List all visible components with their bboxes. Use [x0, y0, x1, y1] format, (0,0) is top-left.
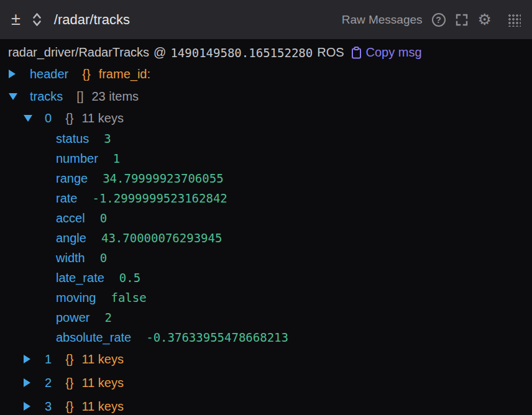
drag-handle-grid-icon[interactable] [507, 13, 521, 27]
diff-toggle-icon[interactable]: ± [11, 11, 21, 28]
field-value: 0.5 [119, 271, 140, 285]
object-braces: {} [65, 376, 73, 390]
expand-arrow-icon[interactable] [9, 70, 24, 78]
field-value: 3 [104, 132, 111, 145]
key-count: 11 keys [81, 376, 123, 390]
field-value: false [111, 291, 146, 304]
node-key: 0 [45, 111, 52, 125]
expand-arrow-icon[interactable] [24, 402, 39, 411]
field-row-power: power 2 [0, 308, 532, 327]
protocol-label: ROS [317, 45, 344, 60]
field-row-absolute-rate: absolute_rate -0.37633955478668213 [0, 327, 532, 347]
field-row-angle: angle 43.70000076293945 [0, 228, 532, 248]
field-value: -1.2999999523162842 [92, 191, 227, 205]
copy-msg-button[interactable]: Copy msg [351, 45, 422, 60]
node-key: 3 [45, 399, 52, 414]
clipboard-icon [351, 47, 362, 59]
key-count: 11 keys [81, 352, 123, 367]
field-value: 43.70000076293945 [101, 231, 222, 245]
message-datatype: radar_driver/RadarTracks [8, 45, 149, 60]
field-key: number [56, 152, 98, 166]
object-braces: {} [65, 399, 73, 414]
field-key: rate [56, 191, 77, 206]
raw-messages-panel: ± /radar/tracks Raw Messages ? ⚙ radar_d… [0, 0, 532, 415]
expand-arrow-icon[interactable] [24, 378, 39, 387]
node-key: tracks [30, 89, 63, 104]
field-value: 0 [100, 211, 107, 225]
panel-toolbar: ± /radar/tracks Raw Messages ? ⚙ [0, 0, 532, 40]
field-row-late-rate: late_rate 0.5 [0, 268, 532, 288]
message-timestamp: 1490149580.165152280 [170, 46, 313, 60]
item-count: 23 items [91, 89, 139, 104]
node-key: header [30, 67, 68, 81]
field-value: 2 [104, 311, 111, 324]
panel-type-label: Raw Messages [342, 13, 423, 27]
tree-row-track-3[interactable]: 3 {} 11 keys [0, 394, 532, 415]
topic-path-input[interactable]: /radar/tracks [54, 12, 130, 28]
field-row-status: status 3 [0, 129, 532, 148]
field-value: 34.79999923706055 [103, 171, 223, 185]
tree-row-tracks[interactable]: tracks [] 23 items [0, 85, 532, 107]
object-braces: {} [82, 67, 90, 81]
fullscreen-icon[interactable] [455, 13, 469, 27]
tree-row-header[interactable]: header {} frame_id: [0, 63, 532, 85]
field-key: accel [56, 211, 85, 226]
node-key: 2 [45, 376, 52, 390]
field-value: 1 [113, 152, 120, 165]
at-separator: @ [154, 45, 166, 60]
field-row-accel: accel 0 [0, 208, 532, 228]
field-key: moving [56, 291, 96, 305]
tree-row-track-0[interactable]: 0 {} 11 keys [0, 107, 532, 129]
collapse-arrow-icon[interactable] [9, 93, 24, 100]
field-row-rate: rate -1.2999999523162842 [0, 188, 532, 208]
field-key: absolute_rate [56, 331, 131, 345]
message-tree: header {} frame_id: tracks [] 23 items 0… [0, 63, 532, 415]
expand-arrow-icon[interactable] [24, 355, 39, 363]
toolbar-right-group: Raw Messages ? ⚙ [342, 12, 521, 27]
object-preview: frame_id: [99, 67, 150, 81]
field-value: 0 [100, 251, 107, 265]
help-icon[interactable]: ? [432, 13, 446, 27]
key-count: 11 keys [81, 399, 123, 414]
object-braces: {} [65, 111, 73, 125]
topic-history-chevrons-icon[interactable] [31, 11, 43, 28]
tree-row-track-1[interactable]: 1 {} 11 keys [0, 347, 532, 371]
copy-msg-label: Copy msg [366, 45, 422, 60]
field-row-width: width 0 [0, 248, 532, 268]
node-key: 1 [45, 352, 52, 367]
field-row-moving: moving false [0, 288, 532, 308]
tree-row-track-2[interactable]: 2 {} 11 keys [0, 371, 532, 394]
field-key: angle [56, 231, 86, 245]
field-key: status [56, 132, 89, 146]
object-braces: {} [65, 352, 73, 367]
collapse-arrow-icon[interactable] [24, 115, 39, 122]
array-brackets: [] [76, 89, 83, 104]
field-key: range [56, 171, 88, 186]
field-row-number: number 1 [0, 148, 532, 168]
key-count: 11 keys [81, 111, 123, 125]
settings-gear-icon[interactable]: ⚙ [478, 12, 492, 27]
field-key: late_rate [56, 271, 104, 285]
message-info-bar: radar_driver/RadarTracks @ 1490149580.16… [0, 40, 532, 63]
field-row-range: range 34.79999923706055 [0, 168, 532, 188]
field-value: -0.37633955478668213 [146, 331, 288, 344]
field-key: power [56, 311, 89, 325]
field-key: width [56, 251, 85, 265]
